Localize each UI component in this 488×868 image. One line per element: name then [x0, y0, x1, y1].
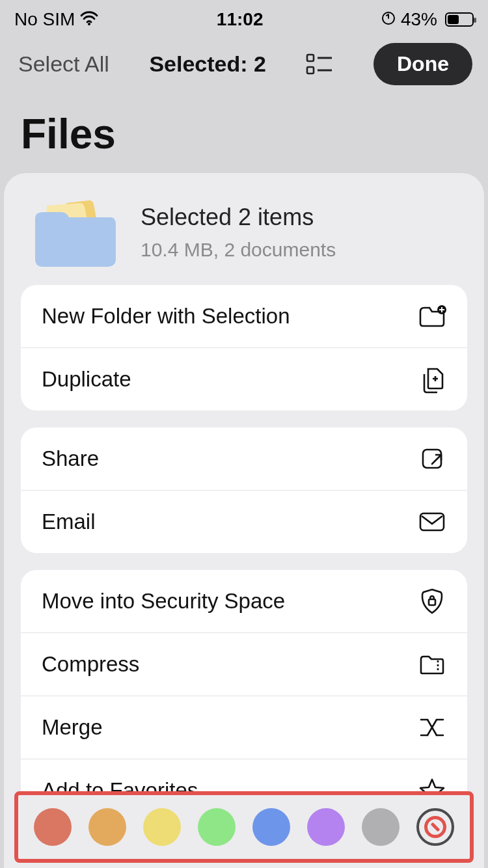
tag-purple[interactable] [307, 808, 345, 846]
move-into-security-space[interactable]: Move into Security Space [21, 570, 467, 632]
view-mode-icon[interactable] [306, 53, 333, 76]
selected-count-label: Selected: 2 [149, 51, 266, 77]
svg-rect-13 [429, 599, 435, 605]
status-bar: No SIM 11:02 43% [0, 0, 488, 34]
svg-rect-12 [420, 513, 444, 530]
row-label: Merge [42, 715, 103, 740]
row-label: Move into Security Space [42, 589, 285, 614]
selection-subtitle: 10.4 MB, 2 documents [141, 239, 336, 261]
merge[interactable]: Merge [21, 696, 467, 759]
selection-header: Selected 2 items 10.4 MB, 2 documents [4, 190, 484, 285]
orientation-lock-icon [381, 9, 396, 30]
selection-title: Selected 2 items [141, 204, 336, 231]
tag-blue[interactable] [252, 808, 290, 846]
email-icon [418, 508, 446, 536]
row-label: Share [42, 446, 99, 471]
clock: 11:02 [217, 9, 264, 30]
battery-icon [442, 12, 474, 27]
folder-icon [27, 197, 118, 268]
new-folder-with-selection[interactable]: New Folder with Selection [21, 285, 467, 347]
action-group-2: Share Email [21, 427, 467, 553]
tag-gray[interactable] [362, 808, 400, 846]
page-title: Files [0, 92, 488, 176]
shield-lock-icon [418, 587, 446, 616]
tag-red[interactable] [34, 808, 72, 846]
svg-rect-4 [307, 67, 314, 74]
row-label: Email [42, 509, 96, 534]
email[interactable]: Email [21, 490, 467, 553]
selection-toolbar: Select All Selected: 2 Done [0, 34, 488, 92]
select-all-button[interactable]: Select All [18, 51, 109, 77]
duplicate-icon [418, 365, 446, 394]
action-group-3: Move into Security Space Compress Merge … [21, 570, 467, 822]
share[interactable]: Share [21, 427, 467, 490]
tag-orange[interactable] [88, 808, 126, 846]
folder-plus-icon [418, 302, 446, 331]
row-label: Compress [42, 652, 139, 677]
tag-yellow[interactable] [143, 808, 181, 846]
compress[interactable]: Compress [21, 632, 467, 696]
duplicate[interactable]: Duplicate [21, 347, 467, 411]
tag-clear[interactable] [416, 808, 454, 846]
color-tag-bar [14, 791, 474, 863]
share-icon [418, 444, 446, 473]
wifi-icon [80, 9, 98, 30]
row-label: Duplicate [42, 367, 131, 392]
tag-green[interactable] [198, 808, 236, 846]
archive-icon [418, 650, 446, 679]
battery-percent: 43% [401, 9, 437, 30]
action-sheet: Selected 2 items 10.4 MB, 2 documents Ne… [4, 173, 484, 868]
merge-icon [418, 713, 446, 742]
svg-rect-2 [307, 55, 314, 61]
row-label: New Folder with Selection [42, 304, 290, 329]
done-button[interactable]: Done [373, 43, 472, 85]
svg-point-0 [88, 23, 90, 25]
sim-status: No SIM [14, 9, 75, 30]
action-group-1: New Folder with Selection Duplicate [21, 285, 467, 411]
